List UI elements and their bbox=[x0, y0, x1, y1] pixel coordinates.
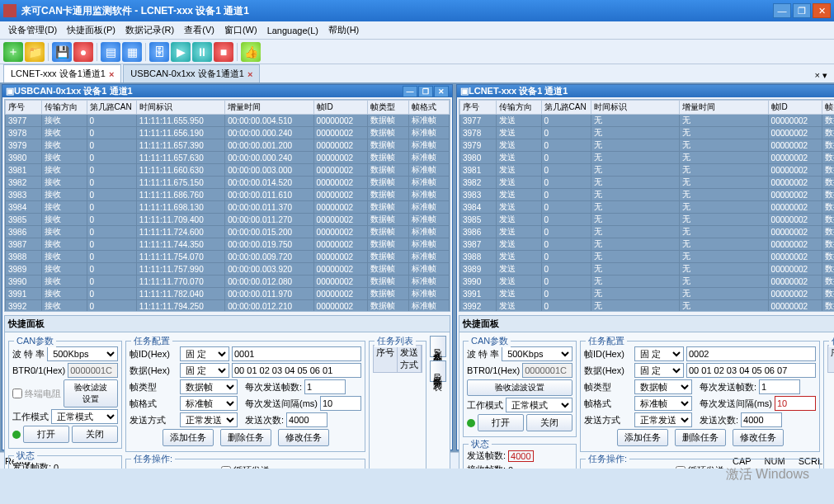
count-input[interactable] bbox=[741, 412, 782, 427]
export-tasklist-button[interactable]: 导出任务列表 bbox=[430, 360, 446, 382]
table-row[interactable]: 3977接收011:11:11.655.95000:00:00.004.5100… bbox=[6, 115, 450, 127]
grid-header[interactable]: 序号 bbox=[6, 101, 42, 115]
table-row[interactable]: 3980发送0无无00000002数据帧标准帧 bbox=[460, 152, 835, 164]
ffmt-select[interactable]: 标准帧 bbox=[180, 396, 238, 411]
mode-select[interactable]: 正常模式 bbox=[51, 409, 118, 424]
open-button[interactable]: 打开 bbox=[478, 414, 524, 431]
table-row[interactable]: 3990发送0无无00000002数据帧标准帧 bbox=[460, 276, 835, 288]
table-row[interactable]: 3989发送0无无00000002数据帧标准帧 bbox=[460, 263, 835, 276]
pause-icon[interactable]: ⏸ bbox=[192, 42, 212, 62]
grid-header[interactable]: 序号 bbox=[460, 101, 497, 115]
fid-mode-select[interactable]: 固 定 bbox=[634, 346, 684, 361]
table-row[interactable]: 3982发送0无无00000002数据帧标准帧 bbox=[460, 177, 835, 189]
table-row[interactable]: 3981发送0无无00000002数据帧标准帧 bbox=[460, 164, 835, 177]
menu-item[interactable]: 帮助(H) bbox=[323, 22, 364, 38]
like-icon[interactable]: 👍 bbox=[241, 42, 261, 62]
menu-item[interactable]: 快捷面板(P) bbox=[62, 22, 120, 38]
grid-header[interactable]: 时间标识 bbox=[591, 101, 679, 115]
table-row[interactable]: 3987发送0无无00000002数据帧标准帧 bbox=[460, 238, 835, 251]
add-icon[interactable]: ＋ bbox=[3, 42, 23, 62]
maximize-button[interactable]: ❐ bbox=[793, 3, 811, 18]
grid-header[interactable]: 帧ID bbox=[768, 101, 822, 115]
interval-input[interactable] bbox=[759, 379, 800, 394]
tab-close-icon[interactable]: × bbox=[109, 69, 114, 79]
table-row[interactable]: 3984发送0无无00000002数据帧标准帧 bbox=[460, 201, 835, 214]
ftype-select[interactable]: 数据帧 bbox=[180, 379, 238, 394]
grid-header[interactable]: 传输方向 bbox=[496, 101, 541, 115]
table-row[interactable]: 3984接收011:11:11.698.13000:00:00.011.3700… bbox=[6, 201, 450, 214]
interval-input[interactable] bbox=[304, 379, 346, 394]
document-tab[interactable]: USBCAN-0x1xx 设备1通道1× bbox=[123, 64, 260, 82]
terminal-res-checkbox[interactable] bbox=[12, 389, 22, 398]
table-row[interactable]: 3988发送0无无00000002数据帧标准帧 bbox=[460, 251, 835, 263]
table-row[interactable]: 3982接收011:11:11.675.15000:00:00.014.5200… bbox=[6, 177, 450, 189]
menu-item[interactable]: Language(L) bbox=[262, 24, 323, 37]
table-row[interactable]: 3980接收011:11:11.657.63000:00:00.000.2400… bbox=[6, 152, 450, 164]
tabs-menu-icon[interactable]: × ▾ bbox=[812, 68, 831, 82]
table-row[interactable]: 3992接收011:11:11.794.25000:00:00.012.2100… bbox=[6, 300, 450, 313]
menu-item[interactable]: 查看(V) bbox=[179, 22, 219, 38]
ffmt-select[interactable]: 标准帧 bbox=[634, 396, 692, 411]
table-row[interactable]: 3979发送0无无00000002数据帧标准帧 bbox=[460, 139, 835, 152]
table-row[interactable]: 3978接收011:11:11.656.19000:00:00.000.2400… bbox=[6, 127, 450, 139]
add-task-button[interactable]: 添加任务 bbox=[163, 429, 214, 446]
baud-select[interactable]: 500Kbps bbox=[502, 346, 572, 361]
tab-close-icon[interactable]: × bbox=[247, 69, 252, 79]
table-row[interactable]: 3979接收011:11:11.657.39000:00:00.001.2000… bbox=[6, 139, 450, 152]
data-grid[interactable]: 序号传输方向第几路CAN时间标识增量时间帧ID帧类型帧格式3977接收011:1… bbox=[4, 99, 450, 312]
menu-item[interactable]: 窗口(W) bbox=[219, 22, 262, 38]
child-max-button[interactable]: ❐ bbox=[418, 86, 433, 97]
grid-header[interactable]: 增量时间 bbox=[225, 101, 313, 115]
table-row[interactable]: 3986接收011:11:11.724.60000:00:00.015.2000… bbox=[6, 226, 450, 238]
table-row[interactable]: 3992发送0无无00000002数据帧标准帧 bbox=[460, 300, 835, 313]
smode-select[interactable]: 正常发送 bbox=[180, 412, 238, 427]
edit-task-button[interactable]: 修改任务 bbox=[278, 429, 329, 446]
table-row[interactable]: 3989接收011:11:11.757.99000:00:00.003.9200… bbox=[6, 263, 450, 276]
minimize-button[interactable]: ― bbox=[773, 3, 791, 18]
filter-button[interactable]: 验收滤波设置 bbox=[467, 379, 572, 396]
stop-icon[interactable]: ■ bbox=[214, 42, 233, 62]
period-input[interactable] bbox=[775, 396, 816, 411]
close-button[interactable]: 关闭 bbox=[72, 426, 118, 443]
table-row[interactable]: 3987接收011:11:11.744.35000:00:00.019.7500… bbox=[6, 238, 450, 251]
folder-icon[interactable]: 📁 bbox=[25, 42, 45, 62]
mode-select[interactable]: 正常模式 bbox=[506, 398, 572, 412]
table-row[interactable]: 3978发送0无无00000002数据帧标准帧 bbox=[460, 127, 835, 139]
record-icon[interactable]: ● bbox=[73, 42, 93, 62]
add-task-button[interactable]: 添加任务 bbox=[617, 429, 668, 446]
grid-header[interactable]: 第几路CAN bbox=[541, 101, 591, 115]
loop-checkbox[interactable] bbox=[221, 466, 231, 469]
table-row[interactable]: 3981接收011:11:11.660.63000:00:00.003.0000… bbox=[6, 164, 450, 177]
fid-mode-select[interactable]: 固 定 bbox=[180, 346, 229, 361]
baud-select[interactable]: 500Kbps bbox=[47, 346, 118, 361]
fid-input[interactable] bbox=[232, 346, 361, 361]
table-row[interactable]: 3991接收011:11:11.782.04000:00:00.011.9700… bbox=[6, 288, 450, 300]
close-button[interactable]: 关闭 bbox=[526, 414, 572, 431]
grid-header[interactable]: 帧ID bbox=[313, 101, 368, 115]
filter-button[interactable]: 验收滤波设置 bbox=[64, 379, 118, 407]
preview-icon[interactable]: ▤ bbox=[101, 42, 120, 62]
table-row[interactable]: 3991发送0无无00000002数据帧标准帧 bbox=[460, 288, 835, 300]
grid-header[interactable]: 帧类型 bbox=[368, 101, 408, 115]
import-tasklist-button[interactable]: 导入任务列表 bbox=[430, 336, 446, 357]
menu-item[interactable]: 数据记录(R) bbox=[120, 22, 179, 38]
grid-header[interactable]: 第几路CAN bbox=[87, 101, 136, 115]
child-min-button[interactable]: ― bbox=[403, 86, 417, 97]
grid-header[interactable]: 增量时间 bbox=[680, 101, 768, 115]
menu-item[interactable]: 设备管理(D) bbox=[3, 22, 62, 38]
period-input[interactable] bbox=[320, 396, 361, 411]
grid-header[interactable]: 传输方向 bbox=[41, 101, 87, 115]
table-row[interactable]: 3990接收011:11:11.770.07000:00:00.012.0800… bbox=[6, 276, 450, 288]
table-row[interactable]: 3983发送0无无00000002数据帧标准帧 bbox=[460, 189, 835, 201]
open-button[interactable]: 打开 bbox=[23, 426, 69, 443]
grid-header[interactable]: 帧类型 bbox=[822, 101, 834, 115]
data-input[interactable] bbox=[686, 363, 816, 378]
grid-header[interactable]: 帧格式 bbox=[408, 101, 449, 115]
close-button[interactable]: ✕ bbox=[813, 3, 831, 18]
ftype-select[interactable]: 数据帧 bbox=[634, 379, 692, 394]
window-icon[interactable]: ▦ bbox=[122, 42, 142, 62]
data-input[interactable] bbox=[232, 363, 361, 378]
save-icon[interactable]: 💾 bbox=[52, 42, 72, 62]
table-row[interactable]: 3988接收011:11:11.754.07000:00:00.009.7200… bbox=[6, 251, 450, 263]
table-row[interactable]: 3986发送0无无00000002数据帧标准帧 bbox=[460, 226, 835, 238]
